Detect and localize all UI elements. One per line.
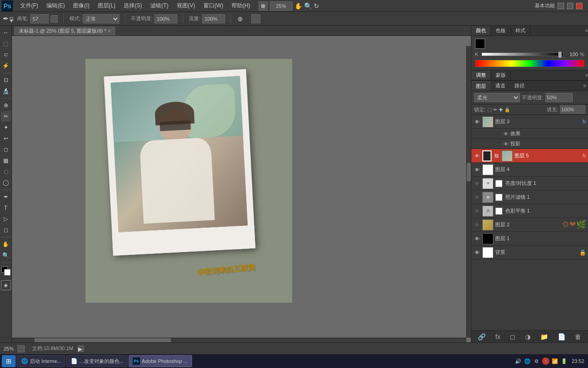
zoom-level[interactable]: 25% — [4, 346, 14, 351]
background-color[interactable] — [4, 269, 11, 276]
menu-layer[interactable]: 图层(L) — [94, 1, 119, 11]
adjust-panel-options[interactable]: ≡ — [585, 73, 588, 78]
text-tool[interactable]: T — [1, 203, 11, 213]
options-button[interactable]: ▦ — [259, 1, 268, 11]
add-layer-style-button[interactable]: fx — [495, 333, 500, 340]
blur-tool[interactable]: ◌ — [1, 167, 11, 177]
tab-close-button[interactable]: × — [108, 29, 111, 34]
lock-transparent-icon[interactable]: ⬚ — [487, 107, 492, 112]
canvas-horizontal-scrollbar[interactable] — [12, 338, 466, 342]
rotate-icon[interactable]: ↻ — [314, 2, 319, 10]
maximize-button[interactable] — [567, 3, 573, 9]
menu-help[interactable]: 帮助(H) — [228, 1, 254, 11]
layer-visibility-background[interactable]: 👁 — [473, 249, 481, 256]
path-select-tool[interactable]: ▷ — [1, 214, 11, 224]
menu-filter[interactable]: 滤镜(T) — [147, 1, 172, 11]
layer-blend-mode-select[interactable]: 柔光 — [474, 93, 520, 102]
layer-visibility-layer3[interactable]: 👁 — [473, 118, 481, 126]
airbrush-icon[interactable]: ⊕ — [237, 14, 244, 23]
tab-styles[interactable]: 样式 — [511, 26, 531, 35]
layer-item-photo-filter[interactable]: 👁 ◉ 照片滤镜 1 — [471, 190, 588, 204]
lasso-tool[interactable]: ⊂ — [1, 50, 11, 60]
layer-item-layer3[interactable]: 👁 图层 3 fx — [471, 115, 588, 129]
layer-visibility-photo-filter[interactable]: 👁 — [473, 194, 481, 201]
hand-tool-icon[interactable]: ✋ — [294, 2, 302, 10]
eyedropper-tool[interactable]: 🔬 — [1, 86, 11, 96]
document-tab[interactable]: 未标题-1 @ 25% (图层 5, 图层蒙版/8) * × — [14, 26, 116, 35]
opacity-input[interactable] — [154, 14, 177, 23]
crop-tool[interactable]: ⊡ — [1, 75, 11, 85]
tray-icon-1[interactable]: 🔊 — [514, 357, 522, 365]
pen-tool[interactable]: ✒ — [1, 192, 11, 202]
tab-adjustments[interactable]: 调整 — [471, 71, 491, 80]
marquee-tool[interactable]: ⬚ — [1, 39, 11, 49]
taskbar-item-photoshop[interactable]: Ps Adobe Photoshop ... — [129, 355, 192, 367]
layers-panel-options[interactable]: ≡ — [583, 83, 588, 88]
new-layer-button[interactable]: 📄 — [558, 333, 565, 340]
tab-channels[interactable]: 通道 — [491, 81, 510, 90]
clone-stamp-tool[interactable]: ✦ — [1, 122, 11, 132]
layer-item-layer5[interactable]: 👁 ⛓ 图层 5 fx — [471, 149, 588, 163]
layer-visibility-brightness[interactable]: 👁 — [473, 180, 481, 187]
tray-icon-5[interactable]: 🔋 — [560, 357, 568, 365]
status-info-arrow[interactable]: ▶ — [78, 345, 84, 352]
menu-edit[interactable]: 编辑(E) — [43, 1, 68, 11]
layer-visibility-layer1[interactable]: 👁 — [473, 235, 481, 242]
layer-item-layer1[interactable]: 👁 图层 1 — [471, 232, 588, 246]
layer-visibility-layer4[interactable]: 👁 — [473, 166, 481, 173]
lock-all-icon[interactable]: 🔒 — [504, 107, 510, 112]
color-spectrum-bar[interactable] — [475, 60, 584, 67]
status-bar-quick-mask[interactable] — [17, 345, 25, 352]
tray-icon-2[interactable]: 🌐 — [524, 357, 531, 365]
layer-shadow-eye[interactable]: 👁 — [503, 141, 509, 147]
add-mask-button[interactable]: ◻ — [510, 333, 515, 340]
layer-fx-layer3[interactable]: fx — [582, 119, 586, 124]
flow-input[interactable] — [202, 14, 225, 23]
tool-options-icon[interactable] — [251, 14, 260, 23]
blend-mode-select[interactable]: 正常 — [83, 14, 119, 23]
history-brush-tool[interactable]: ↩ — [1, 133, 11, 144]
zoom-tool-icon[interactable]: 🔍 — [304, 2, 312, 10]
menu-image[interactable]: 图像(I) — [69, 1, 93, 11]
quick-mask-mode[interactable]: ◈ — [1, 280, 11, 290]
layer-fill-input[interactable] — [560, 105, 585, 114]
lock-move-icon[interactable]: ✚ — [499, 107, 503, 112]
close-button[interactable] — [576, 3, 582, 9]
layer-opacity-input[interactable] — [545, 93, 573, 102]
healing-brush-tool[interactable]: ⊕ — [1, 100, 11, 110]
menu-window[interactable]: 窗口(W) — [200, 1, 227, 11]
taskbar-item-internet[interactable]: 🌐 启动 Interne... — [17, 355, 65, 367]
link-layers-button[interactable]: 🔗 — [478, 333, 486, 340]
taskbar-item-color-change[interactable]: 📄 ...改变对象的颜色... — [66, 355, 127, 367]
tray-security-icon[interactable]: ! — [542, 357, 549, 365]
tray-icon-3[interactable]: ⚙ — [533, 357, 540, 365]
canvas-vertical-scrollbar[interactable] — [466, 46, 471, 338]
menu-select[interactable]: 选择(S) — [120, 1, 146, 11]
canvas-background[interactable]: 本歌词来自互联网 — [12, 36, 471, 342]
layer-fx-layer5[interactable]: fx — [582, 153, 586, 158]
brush-size-input[interactable] — [30, 14, 49, 23]
k-slider[interactable] — [481, 52, 563, 56]
layer-effect-eye[interactable]: 👁 — [503, 131, 509, 137]
shape-tool[interactable]: ◻ — [1, 225, 11, 235]
layer-item-color-balance[interactable]: 👁 ⚖ 色彩平衡 1 — [471, 204, 588, 218]
layer-item-background[interactable]: 👁 背景 🔒 — [471, 246, 588, 259]
dodge-tool[interactable]: ◯ — [1, 178, 11, 188]
tab-paths[interactable]: 路径 — [510, 81, 529, 90]
eraser-tool[interactable]: ◻ — [1, 144, 11, 155]
start-button[interactable]: ⊞ — [2, 355, 16, 367]
new-adjustment-layer-button[interactable]: ◑ — [525, 333, 531, 340]
gradient-tool[interactable]: ▦ — [1, 155, 11, 166]
zoom-tool[interactable]: 🔍 — [1, 250, 11, 260]
menu-file[interactable]: 文件(F) — [17, 1, 42, 11]
layer-item-brightness[interactable]: 👁 ☀ 亮度/对比度 1 — [471, 177, 588, 190]
delete-layer-button[interactable]: 🗑 — [575, 333, 581, 340]
tab-layers[interactable]: 图层 — [471, 81, 491, 91]
color-swatch[interactable] — [475, 39, 485, 49]
menu-view[interactable]: 视图(V) — [173, 1, 199, 11]
layer-item-layer2[interactable]: 👁 图层 2 ⚙❤🌿 — [471, 218, 588, 232]
layer-visibility-color-balance[interactable]: 👁 — [473, 207, 481, 215]
tab-color[interactable]: 颜色 — [471, 26, 491, 35]
tab-masks[interactable]: 蒙版 — [491, 71, 511, 80]
new-group-button[interactable]: 📁 — [540, 333, 548, 340]
